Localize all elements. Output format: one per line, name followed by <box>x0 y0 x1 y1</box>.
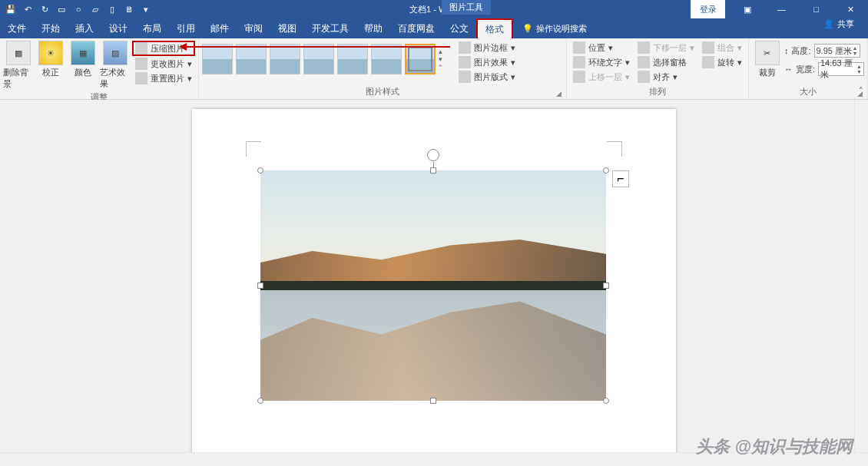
qa-icon[interactable]: ▱ <box>89 3 101 15</box>
style-item[interactable] <box>270 44 300 74</box>
margin-corner <box>607 141 622 157</box>
picture-effects-button[interactable]: 图片效果 ▾ <box>456 55 518 69</box>
picture-border-button[interactable]: 图片边框 ▾ <box>456 41 518 55</box>
group-size: ✂ 裁剪 ↕ 高度: 9.95 厘米▲▼ ↔ 宽度: 14.63 厘米▲▼ 大小… <box>749 38 868 99</box>
rotate-button[interactable]: 旋转 ▾ <box>699 55 745 69</box>
align-button[interactable]: 对齐 ▾ <box>634 70 697 84</box>
picture-layout-button[interactable]: 图片版式 ▾ <box>456 70 518 84</box>
selected-image[interactable]: ⌐ <box>260 170 606 401</box>
group-label: 排列 <box>570 84 745 99</box>
ribbon-display-icon[interactable]: ▣ <box>730 0 764 18</box>
qa-icon[interactable]: ○ <box>72 3 84 15</box>
forward-icon <box>573 71 585 83</box>
minimize-icon[interactable]: — <box>764 0 799 18</box>
resize-handle[interactable] <box>257 283 263 289</box>
close-icon[interactable]: ✕ <box>833 0 868 18</box>
tab-view[interactable]: 视图 <box>270 18 304 38</box>
tab-dev[interactable]: 开发工具 <box>304 18 356 38</box>
tab-format[interactable]: 格式 <box>476 18 513 38</box>
share-icon: 👤 <box>823 19 834 29</box>
group-label: 图片样式◢ <box>202 84 563 99</box>
tab-insert[interactable]: 插入 <box>68 18 101 38</box>
style-item-selected[interactable] <box>405 44 436 74</box>
resize-handle[interactable] <box>430 167 436 174</box>
crop-icon: ✂ <box>755 41 780 65</box>
style-item[interactable] <box>202 44 233 74</box>
dialog-launcher-icon[interactable]: ◢ <box>556 90 562 97</box>
group-arrange: 位置 ▾ 环绕文字 ▾ 上移一层 ▾ 下移一层 ▾ 选择窗格 对齐 ▾ 组合 ▾… <box>567 38 749 99</box>
resize-handle[interactable] <box>257 167 263 174</box>
tab-mail[interactable]: 邮件 <box>203 18 237 38</box>
corrections-icon: ☀ <box>38 41 63 65</box>
ribbon-tabs: 文件 开始 插入 设计 布局 引用 邮件 审阅 视图 开发工具 帮助 百度网盘 … <box>0 18 868 38</box>
spinner-icon[interactable]: ▲▼ <box>856 64 862 74</box>
position-button[interactable]: 位置 ▾ <box>570 41 633 55</box>
compress-icon <box>135 42 147 55</box>
change-picture-button[interactable]: 更改图片▾ <box>132 57 195 71</box>
tab-review[interactable]: 审阅 <box>237 18 270 38</box>
spinner-icon[interactable]: ▲▼ <box>853 45 858 56</box>
remove-background-button[interactable]: ▩ 删除背景 <box>3 41 34 90</box>
position-icon <box>573 41 585 54</box>
share-button[interactable]: 👤 共享 <box>816 18 862 30</box>
lightbulb-icon: 💡 <box>522 24 533 34</box>
qa-icon[interactable]: ▭ <box>55 3 68 15</box>
style-item[interactable] <box>303 44 334 74</box>
qa-icon[interactable]: 🗎 <box>123 3 135 15</box>
resize-handle[interactable] <box>603 167 609 174</box>
artistic-icon: ▨ <box>103 41 128 65</box>
bring-forward-button[interactable]: 上移一层 ▾ <box>570 70 633 84</box>
tab-baidu[interactable]: 百度网盘 <box>390 18 442 38</box>
save-icon[interactable]: 💾 <box>5 3 17 15</box>
width-row: ↔ 宽度: 14.63 厘米▲▼ <box>784 62 864 76</box>
maximize-icon[interactable]: □ <box>799 0 833 18</box>
selection-icon <box>638 56 650 68</box>
group-button[interactable]: 组合 ▾ <box>699 41 745 55</box>
resize-handle[interactable] <box>257 398 263 404</box>
quick-access-toolbar: 💾 ↶ ↻ ▭ ○ ▱ ▯ 🗎 ▾ <box>0 3 157 15</box>
tab-references[interactable]: 引用 <box>169 18 203 38</box>
redo-icon[interactable]: ↻ <box>38 3 51 15</box>
tab-office[interactable]: 公文 <box>442 18 476 38</box>
reset-picture-button[interactable]: 重置图片▾ <box>132 71 195 85</box>
reset-pic-icon <box>135 72 147 84</box>
vertical-scrollbar[interactable] <box>854 100 868 452</box>
gallery-more-button[interactable]: ▴▾⁼ <box>439 48 449 71</box>
crop-button[interactable]: ✂ 裁剪 <box>752 41 783 78</box>
resize-handle[interactable] <box>603 283 609 289</box>
remove-bg-icon: ▩ <box>6 41 31 65</box>
document-area[interactable]: ⌐ <box>0 100 854 452</box>
resize-handle[interactable] <box>603 398 609 404</box>
login-button[interactable]: 登录 <box>691 0 725 18</box>
resize-handle[interactable] <box>430 398 436 404</box>
effects-icon <box>459 56 471 68</box>
align-icon <box>638 71 650 83</box>
undo-icon[interactable]: ↶ <box>22 3 34 15</box>
send-backward-button[interactable]: 下移一层 ▾ <box>634 41 697 55</box>
width-input[interactable]: 14.63 厘米▲▼ <box>818 62 864 76</box>
tab-home[interactable]: 开始 <box>34 18 68 38</box>
wrap-text-button[interactable]: 环绕文字 ▾ <box>570 55 633 69</box>
watermark: 头条 @知识与技能网 <box>696 435 853 458</box>
collapse-ribbon-icon[interactable]: ˄ <box>859 86 863 96</box>
height-input[interactable]: 9.95 厘米▲▼ <box>814 44 860 58</box>
style-item[interactable] <box>337 44 368 74</box>
tab-help[interactable]: 帮助 <box>356 18 390 38</box>
qa-icon[interactable]: ▯ <box>106 3 118 15</box>
height-row: ↕ 高度: 9.95 厘米▲▼ <box>784 44 864 58</box>
tell-me-search[interactable]: 💡 操作说明搜索 <box>522 18 587 38</box>
rotate-handle[interactable] <box>427 149 439 161</box>
layout-options-button[interactable]: ⌐ <box>612 170 629 187</box>
style-item[interactable] <box>236 44 267 74</box>
artistic-effects-button[interactable]: ▨ 艺术效果 <box>100 41 131 90</box>
tab-layout[interactable]: 布局 <box>135 18 169 38</box>
corrections-button[interactable]: ☀ 校正 <box>35 41 66 78</box>
selection-pane-button[interactable]: 选择窗格 <box>634 55 697 69</box>
tab-design[interactable]: 设计 <box>101 18 135 38</box>
color-button[interactable]: ▦ 颜色 <box>68 41 98 78</box>
wrap-icon <box>573 56 585 68</box>
style-item[interactable] <box>371 44 402 74</box>
qa-more-icon[interactable]: ▾ <box>140 3 152 15</box>
group-adjust: ▩ 删除背景 ☀ 校正 ▦ 颜色 ▨ 艺术效果 压缩图片 <box>0 38 199 99</box>
tab-file[interactable]: 文件 <box>0 18 34 38</box>
